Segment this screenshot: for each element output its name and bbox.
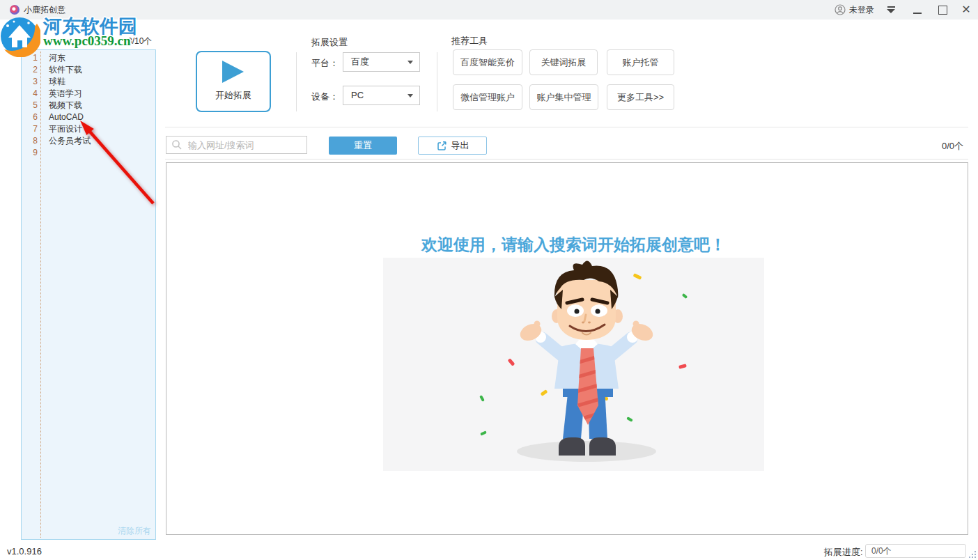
search-input-box[interactable]: [166, 136, 307, 154]
search-term-row[interactable]: 1河东: [22, 52, 155, 64]
search-terms-count: 8/10个: [127, 36, 152, 47]
tool-button-account-central[interactable]: 账户集中管理: [529, 84, 598, 110]
progress-label: 拓展进度:: [824, 546, 863, 559]
watermark-site-url: www.pc0359.cn: [43, 33, 131, 49]
tool-button-more-tools[interactable]: 更多工具>>: [607, 84, 674, 110]
divider: [437, 52, 437, 111]
resize-grip-icon: [968, 550, 977, 559]
search-terms-header: 搜索词: [7, 36, 32, 47]
line-number: 7: [22, 123, 42, 135]
line-number: 2: [22, 64, 42, 76]
search-term-text: AutoCAD: [42, 111, 84, 123]
user-icon: [835, 4, 846, 15]
line-number: 5: [22, 100, 42, 111]
line-number: 1: [22, 52, 42, 64]
dropdown-caret-icon[interactable]: [887, 6, 895, 13]
search-term-text: 河东: [42, 52, 65, 64]
search-term-text: 公务员考试: [42, 135, 91, 147]
search-terms-editor[interactable]: 1河东 2软件下载 3球鞋 4英语学习 5视频下载 6AutoCAD 7平面设计…: [21, 49, 156, 540]
maximize-button[interactable]: [933, 1, 952, 18]
recommended-tools-title: 推荐工具: [451, 35, 488, 47]
search-term-row[interactable]: 2软件下载: [22, 64, 155, 76]
search-term-text: 视频下载: [42, 100, 82, 111]
divider: [165, 127, 968, 127]
export-button[interactable]: 导出: [418, 137, 487, 155]
window-title: 小鹿拓创意: [24, 0, 65, 20]
search-term-row[interactable]: 5视频下载: [22, 100, 155, 111]
chevron-down-icon: [408, 94, 413, 98]
minimize-button[interactable]: [908, 1, 926, 18]
search-term-row[interactable]: 7平面设计: [22, 123, 155, 135]
search-term-row[interactable]: 6AutoCAD: [22, 111, 155, 123]
reset-button[interactable]: 重置: [329, 137, 397, 155]
search-term-row[interactable]: 4英语学习: [22, 88, 155, 100]
login-status: 未登录: [849, 4, 874, 16]
search-term-row[interactable]: 8公务员考试: [22, 135, 155, 147]
device-label: 设备：: [311, 91, 339, 103]
device-select[interactable]: PC: [343, 86, 420, 105]
search-term-text: 软件下载: [42, 64, 82, 76]
platform-label: 平台：: [311, 57, 339, 70]
divider: [296, 52, 297, 111]
window-titlebar: 小鹿拓创意 未登录 ✕: [0, 0, 978, 20]
login-menu[interactable]: 未登录: [835, 3, 895, 17]
tool-button-keyword-expand[interactable]: 关键词拓展: [529, 49, 598, 75]
search-term-text: [42, 147, 49, 159]
search-icon: [171, 139, 183, 150]
line-number: 6: [22, 111, 42, 123]
export-icon: [436, 140, 447, 151]
tool-button-baidu-smart-bid[interactable]: 百度智能竞价: [453, 49, 522, 75]
search-term-text: 英语学习: [42, 88, 82, 100]
line-number: 3: [22, 76, 42, 88]
shrugging-man-illustration: [383, 258, 764, 471]
search-term-list: 1河东 2软件下载 3球鞋 4英语学习 5视频下载 6AutoCAD 7平面设计…: [22, 52, 155, 159]
platform-select[interactable]: 百度: [343, 52, 420, 72]
search-input[interactable]: [187, 139, 312, 151]
divider: [165, 159, 968, 160]
chevron-down-icon: [408, 61, 413, 64]
app-logo-icon: [10, 5, 20, 15]
tool-button-account-hosting[interactable]: 账户托管: [607, 49, 674, 75]
resize-grip[interactable]: [968, 549, 977, 560]
app-version: v1.0.916: [7, 546, 42, 557]
search-term-row[interactable]: 3球鞋: [22, 76, 155, 88]
welcome-illustration: [383, 258, 764, 471]
tool-button-wechat-account[interactable]: 微信管理账户: [453, 84, 522, 110]
progress-display: 0/0个: [865, 544, 966, 558]
line-number: 4: [22, 88, 42, 100]
welcome-message: 欢迎使用，请输入搜索词开始拓展创意吧！: [383, 234, 764, 256]
play-icon: [222, 61, 244, 83]
line-number: 9: [22, 147, 42, 159]
close-button[interactable]: ✕: [957, 1, 975, 18]
search-term-text: 球鞋: [42, 76, 65, 88]
result-count: 0/0个: [915, 140, 963, 153]
search-term-text: 平面设计: [42, 123, 82, 135]
search-term-row[interactable]: 9: [22, 147, 155, 159]
start-expand-button[interactable]: 开始拓展: [196, 51, 271, 112]
expand-settings-title: 拓展设置: [311, 36, 348, 49]
clear-all-button[interactable]: 清除所有: [118, 525, 151, 537]
line-number: 8: [22, 135, 42, 147]
